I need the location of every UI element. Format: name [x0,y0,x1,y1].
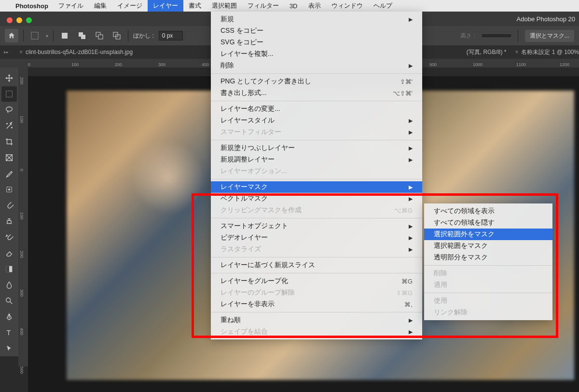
maximize-window-button[interactable] [26,17,32,23]
close-tab-icon[interactable]: × [19,49,23,55]
menu-item-label: シェイプを結合 [221,327,399,336]
selection-new-icon[interactable] [58,29,71,42]
close-window-button[interactable] [7,17,13,23]
tab-title: clint-bustrillos-q5AL-zdB01E-unsplash.jp… [26,49,133,55]
menu-window[interactable]: ウィンドウ [326,0,368,12]
app-name[interactable]: Photoshop [11,2,53,10]
menu-item[interactable]: ベクトルマスク▶ [211,193,422,204]
menu-item-label: 削除 [434,269,543,278]
menu-item-label: レイヤーオプション... [221,167,413,176]
gradient-tool[interactable] [1,261,17,277]
magic-wand-tool[interactable] [1,118,17,134]
divider [23,30,24,41]
clone-stamp-tool[interactable] [1,214,17,229]
brush-tool[interactable] [1,198,17,213]
menu-item[interactable]: 新規▶ [211,14,422,25]
mac-menubar: Photoshop ファイル 編集 イメージ レイヤー 書式 選択範囲 フィルタ… [0,0,579,12]
panel-toggle-icon[interactable]: ▸▸ [4,50,9,54]
history-brush-tool[interactable] [1,230,17,245]
blur-input[interactable]: 0 px [159,31,183,41]
dodge-tool[interactable] [1,293,17,309]
dropdown-caret-icon[interactable]: ▾ [46,33,48,39]
menu-view[interactable]: 表示 [303,0,326,12]
document-tab[interactable]: × 名称未設定 1 @ 100% [515,48,579,56]
menu-item-label: レイヤー名の変更... [221,105,413,113]
frame-tool[interactable] [1,150,17,165]
menu-item[interactable]: レイヤーをグループ化⌘G [211,275,422,287]
lasso-tool[interactable] [1,102,17,118]
height-input[interactable] [482,34,511,37]
marquee-tool-icon[interactable] [28,29,41,42]
menu-item-label: すべての領域を隠す [434,218,543,227]
menu-item[interactable]: レイヤーを複製... [211,48,422,60]
menu-item[interactable]: すべての領域を隠す [424,217,552,229]
menu-item[interactable]: PNG としてクイック書き出し⇧⌘' [211,76,422,87]
menu-item[interactable]: 選択範囲外をマスク [424,229,552,240]
menu-item-label: 透明部分をマスク [434,253,543,262]
menu-item[interactable]: 新規調整レイヤー▶ [211,154,422,165]
eraser-tool[interactable] [1,245,17,261]
ruler-tick: 1200 [560,62,569,67]
selection-intersect-icon[interactable] [110,29,123,42]
divider [128,30,128,41]
menu-item[interactable]: レイヤーに基づく新規スライス [211,259,422,271]
tab-title: (写真, RGB/8) * [467,48,507,56]
submenu-arrow-icon: ▶ [409,145,413,151]
menu-3d[interactable]: 3D [284,1,303,11]
menu-item: リンク解除 [424,307,552,318]
menu-item[interactable]: CSS をコピー [211,25,422,37]
healing-brush-tool[interactable] [1,182,17,197]
menu-item-label: 使用 [434,297,543,305]
menu-item[interactable]: 選択範囲をマスク [424,240,552,252]
menu-separator [211,179,422,179]
menu-filter[interactable]: フィルター [242,0,284,12]
ruler-tick: 100 [71,62,79,67]
home-button[interactable] [5,29,18,42]
eyedropper-tool[interactable] [1,166,17,181]
menu-edit[interactable]: 編集 [89,0,112,12]
select-and-mask-button[interactable]: 選択とマスク... [525,30,574,42]
menu-select[interactable]: 選択範囲 [207,0,242,12]
type-tool[interactable]: T [1,325,17,340]
move-tool[interactable] [1,70,17,86]
menu-item[interactable]: すべての領域を表示 [424,205,552,217]
menu-item[interactable]: レイヤースタイル▶ [211,115,422,126]
pen-tool[interactable] [1,309,17,324]
menu-item[interactable]: レイヤーマスク▶ [211,181,422,193]
menu-item[interactable]: 削除▶ [211,60,422,71]
menu-item[interactable]: 新規塗りつぶしレイヤー▶ [211,142,422,154]
menu-item[interactable]: 書き出し形式...⌥⇧⌘' [211,87,422,99]
submenu-arrow-icon: ▶ [409,157,413,163]
menu-item[interactable]: レイヤーを非表示⌘, [211,298,422,310]
svg-point-11 [12,127,13,128]
path-selection-tool[interactable] [1,341,17,356]
ruler-tick: 0 [19,169,24,171]
ruler-vertical[interactable]: 200 100 0 100 200 300 400 500 [18,68,28,366]
close-tab-icon[interactable]: × [515,49,518,55]
selection-subtract-icon[interactable] [93,29,106,42]
submenu-arrow-icon: ▶ [409,129,413,135]
svg-rect-3 [81,35,85,39]
menu-item[interactable]: レイヤー名の変更... [211,103,422,115]
selection-add-icon[interactable] [76,29,88,42]
menu-image[interactable]: イメージ [112,0,148,12]
menu-item[interactable]: 重ね順▶ [211,314,422,326]
document-tab[interactable]: × clint-bustrillos-q5AL-zdB01E-unsplash.… [19,49,133,55]
marquee-tool[interactable] [1,86,17,102]
crop-tool[interactable] [1,134,17,149]
svg-point-10 [7,123,8,124]
document-tab[interactable]: (写真, RGB/8) * [467,48,507,56]
menu-item[interactable]: SVG をコピー [211,37,422,48]
menu-layer[interactable]: レイヤー [148,0,183,12]
minimize-window-button[interactable] [16,17,22,23]
blur-tool[interactable] [1,277,17,293]
menu-item[interactable]: ビデオレイヤー▶ [211,232,422,243]
menu-type[interactable]: 書式 [183,0,207,12]
menu-item-label: 削除 [221,61,399,70]
svg-point-9 [6,107,13,111]
menu-help[interactable]: ヘルプ [368,0,398,12]
menu-item[interactable]: スマートオブジェクト▶ [211,220,422,232]
ruler-tick: 1000 [473,62,482,67]
menu-item[interactable]: 透明部分をマスク [424,252,552,263]
menu-file[interactable]: ファイル [53,0,89,12]
